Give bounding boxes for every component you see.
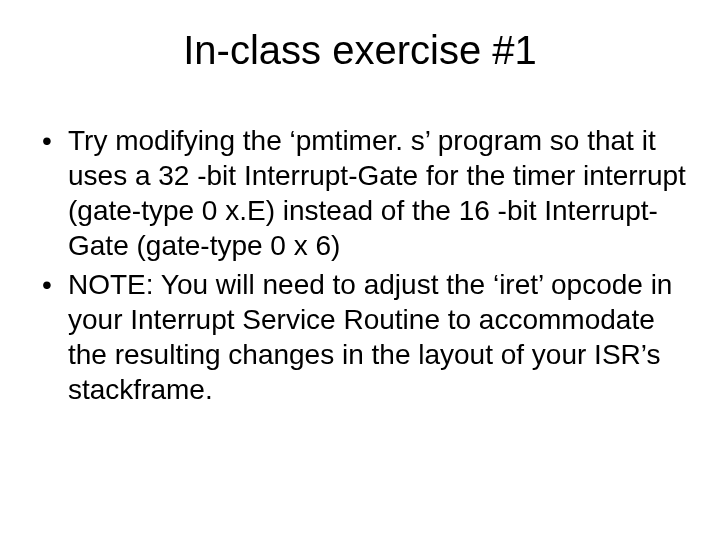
slide-body: Try modifying the ‘pmtimer. s’ program s… [30,123,690,407]
list-item: Try modifying the ‘pmtimer. s’ program s… [38,123,690,263]
slide-title: In-class exercise #1 [30,28,690,73]
list-item: NOTE: You will need to adjust the ‘iret’… [38,267,690,407]
bullet-list: Try modifying the ‘pmtimer. s’ program s… [38,123,690,407]
slide: In-class exercise #1 Try modifying the ‘… [0,0,720,540]
